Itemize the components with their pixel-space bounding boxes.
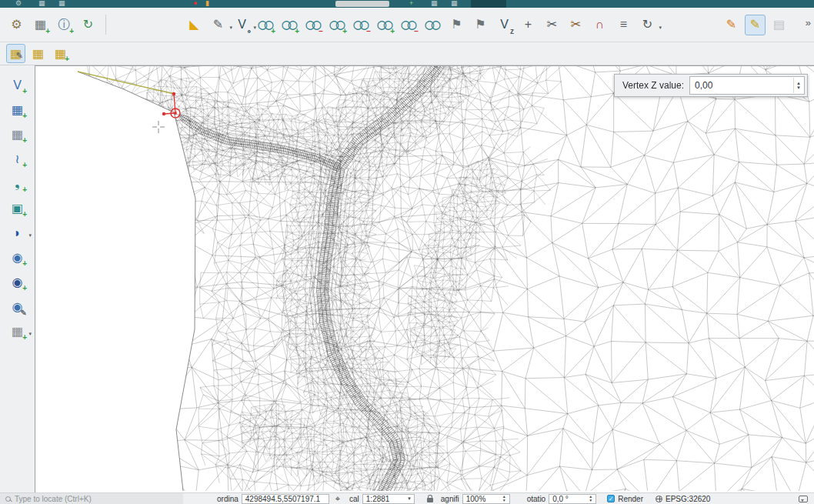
- add-vector-layer-button[interactable]: V+: [7, 75, 28, 95]
- project-properties-button[interactable]: ⚙: [6, 15, 27, 35]
- window-titlebar: ⚙▦▦●▮+▦▦: [0, 0, 814, 8]
- scale-combo[interactable]: 1:2881 ▾: [362, 494, 415, 504]
- add-xyz-layer-button[interactable]: ▦+▾: [7, 321, 28, 342]
- vertex-z-spinner[interactable]: ▲ ▼: [793, 78, 803, 93]
- spin-down-icon[interactable]: ▼: [794, 85, 803, 90]
- split-faces-button[interactable]: ◯◯−: [351, 15, 372, 35]
- titlebar-slot: [471, 0, 506, 8]
- add-wms-layer-icon: ◉: [12, 252, 23, 264]
- badge-icon: +: [22, 260, 27, 268]
- add-virtual-layer-icon: ▣: [12, 202, 23, 215]
- delaunay-refinement-button[interactable]: ◯◯: [422, 15, 443, 35]
- plus-icon[interactable]: +: [409, 0, 413, 8]
- badge-icon: +: [22, 137, 27, 145]
- render-checkbox[interactable]: ✓: [607, 495, 615, 502]
- add-wcs-layer-icon: ◉: [12, 276, 23, 289]
- refine-faces-button[interactable]: ◯◯−: [399, 15, 419, 35]
- dropdown-arrow-icon[interactable]: ▾: [28, 232, 32, 239]
- add-wfs-layer-button[interactable]: ◉✎: [7, 296, 28, 317]
- scale-value: 1:2881: [366, 495, 390, 503]
- window-grid4-icon[interactable]: ▦: [451, 0, 458, 8]
- extent-toggle-icon[interactable]: ⌖: [335, 494, 340, 504]
- mesh-calculator-button[interactable]: ▦: [28, 44, 48, 63]
- locate-search[interactable]: Type to locate (Ctrl+K): [0, 493, 183, 504]
- project-properties-icon: ⚙: [11, 18, 22, 31]
- add-delimited-text-layer-button[interactable]: ❟+: [7, 173, 28, 194]
- identify-features-button[interactable]: ⓘ+: [54, 15, 75, 35]
- digitizing-options-button[interactable]: ✎▾: [208, 15, 229, 35]
- remove-vertices-button[interactable]: ◯◯−: [303, 15, 324, 35]
- scale-label: cal: [349, 495, 359, 503]
- toggle-editing-button[interactable]: ✎: [721, 15, 742, 35]
- toggle-editing-icon: ✎: [726, 18, 736, 31]
- add-grass-layer-icon: ◗: [14, 227, 22, 239]
- add-virtual-layer-button[interactable]: ▣+: [7, 198, 28, 219]
- vertex-z-input[interactable]: 0,00 ▲ ▼: [689, 76, 805, 95]
- mesh-reindex-button[interactable]: ▦+: [51, 44, 70, 63]
- cut-tool-button[interactable]: ✂: [542, 15, 562, 35]
- magnifier-spinner[interactable]: ▲▼: [502, 495, 506, 502]
- rotation-spinner[interactable]: ▲▼: [589, 495, 592, 502]
- rotation-combo[interactable]: 0,0 ° ▲▼: [549, 494, 596, 504]
- rotate-tool-button[interactable]: ↻▾: [637, 15, 658, 35]
- new-mesh-layer-button[interactable]: ▦+: [30, 15, 51, 35]
- refresh-edits-button[interactable]: ↻: [78, 15, 98, 35]
- align-rows-button[interactable]: ≡: [613, 15, 634, 35]
- snap-magnet-button[interactable]: ∩: [589, 15, 610, 35]
- digitize-mesh-button[interactable]: ▦✎: [6, 44, 25, 63]
- select-mesh-elements-button[interactable]: ◯◯+: [255, 15, 276, 35]
- add-mesh-layer-icon: ▦: [12, 129, 23, 141]
- window-grid2-icon[interactable]: ▦: [58, 0, 65, 8]
- vertex-z-value: 0,00: [695, 80, 712, 91]
- mark-flag-b-button[interactable]: ⚑: [470, 15, 491, 35]
- window-grid3-icon[interactable]: ▦: [431, 0, 438, 8]
- map-canvas[interactable]: [35, 66, 814, 491]
- merge-faces-button[interactable]: ◯◯+: [375, 15, 395, 35]
- dropdown-arrow-icon[interactable]: ▾: [659, 25, 662, 31]
- main-area: V+▦+▦+≀+❟+▣+◗▾◉+◉+◉✎▦+▾ Vertex Z value: …: [0, 65, 814, 492]
- advanced-digitizing-button[interactable]: ◣: [184, 15, 205, 35]
- badge-icon: z: [510, 28, 514, 35]
- transform-vertices-button[interactable]: ◯◯+: [279, 15, 300, 35]
- coordinate-axes-button[interactable]: +: [518, 15, 539, 35]
- magnifier-label: agnifi: [441, 495, 459, 503]
- force-by-geometries-button[interactable]: ◯◯+: [327, 15, 348, 35]
- vertex-tool-button[interactable]: V∘▾: [232, 15, 252, 35]
- digitizing-options-icon: ✎: [213, 18, 223, 31]
- lock-scale-icon[interactable]: [427, 498, 433, 502]
- dropdown-arrow-icon[interactable]: ▾: [28, 331, 32, 337]
- split-tool-button[interactable]: ✂: [565, 15, 586, 35]
- mesh-calculator-icon: ▦: [32, 48, 44, 60]
- vertex-z-label: Vertex Z value:: [622, 80, 684, 91]
- add-point-cloud-layer-icon: ≀: [15, 153, 20, 165]
- badge-icon: +: [22, 334, 27, 342]
- main-toolbar: ⚙▦+ⓘ+↻ ◣✎▾V∘▾◯◯+◯◯+◯◯−◯◯+◯◯−◯◯+◯◯−◯◯⚑⚑Vz…: [0, 8, 814, 42]
- render-label: Render: [618, 495, 643, 503]
- ruler-icon[interactable]: ▮: [205, 0, 209, 8]
- add-wcs-layer-button[interactable]: ◉+: [7, 272, 28, 292]
- vertex-z-tool-button[interactable]: Vz: [494, 15, 515, 35]
- edit-mesh-icon: ✎: [750, 18, 760, 31]
- edit-mesh-button[interactable]: ✎: [745, 15, 766, 35]
- toolbar-overflow-icon[interactable]: »: [806, 17, 811, 28]
- magnifier-combo[interactable]: 100% ▲▼: [462, 494, 510, 504]
- window-gear-icon[interactable]: ⚙: [15, 0, 22, 8]
- record-dot-icon[interactable]: ●: [193, 0, 197, 8]
- add-grass-layer-button[interactable]: ◗▾: [7, 222, 28, 243]
- titlebar-combo[interactable]: [335, 1, 389, 7]
- badge-icon: +: [22, 88, 27, 95]
- add-wms-layer-button[interactable]: ◉+: [7, 247, 28, 268]
- badge-icon: +: [22, 211, 27, 219]
- save-edits-button[interactable]: ▤: [769, 15, 789, 35]
- rotation-label: otatio: [527, 495, 545, 503]
- add-point-cloud-layer-button[interactable]: ≀+: [7, 149, 28, 169]
- add-vector-layer-icon: V: [13, 79, 22, 92]
- mark-flag-a-button[interactable]: ⚑: [446, 15, 467, 35]
- add-mesh-layer-button[interactable]: ▦+: [7, 124, 28, 145]
- messages-icon[interactable]: [799, 496, 808, 502]
- mark-flag-a-icon: ⚑: [451, 18, 462, 31]
- coordinate-input[interactable]: 4298494.5,5507197.1: [242, 494, 329, 504]
- crs-indicator[interactable]: EPSG:32620: [666, 495, 710, 503]
- add-raster-layer-button[interactable]: ▦+: [7, 99, 28, 120]
- window-grid-icon[interactable]: ▦: [38, 0, 45, 8]
